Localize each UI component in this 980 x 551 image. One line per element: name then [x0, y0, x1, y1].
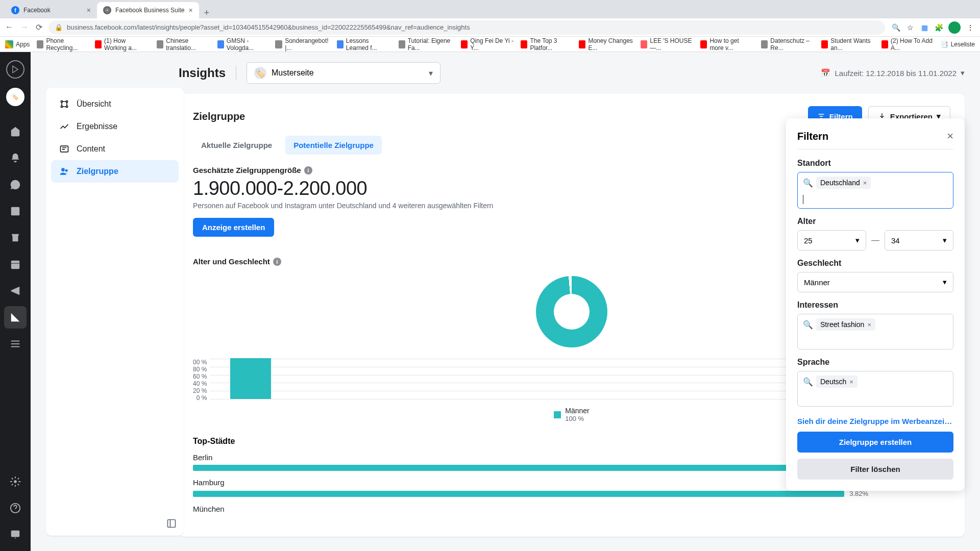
legend-pct: 100 %	[565, 415, 584, 422]
tab-potential-audience[interactable]: Potentielle Zielgruppe	[285, 136, 382, 155]
gender-label: Geschlecht	[797, 259, 953, 268]
divider	[236, 66, 236, 80]
bookmark-item[interactable]: GMSN - Vologda...	[217, 37, 268, 52]
search-icon: 🔍	[803, 178, 813, 188]
bookmark-item[interactable]: Datenschutz – Re...	[761, 37, 814, 52]
bookmark-item[interactable]: Chinese translatio...	[157, 37, 210, 52]
date-range-label: Laufzeit: 12.12.2018 bis 11.01.2022	[835, 69, 957, 78]
bookmark-item[interactable]: (1) How Working a...	[95, 37, 150, 52]
age-range-row: 25▾ — 34▾	[797, 230, 953, 251]
interests-label: Interessen	[797, 300, 953, 310]
close-icon[interactable]: ×	[188, 6, 192, 14]
svg-rect-3	[11, 261, 20, 269]
create-audience-button[interactable]: Zielgruppe erstellen	[797, 432, 953, 453]
info-icon[interactable]: i	[273, 258, 281, 266]
new-tab-button[interactable]: +	[199, 8, 215, 18]
search-icon: 🔍	[803, 377, 813, 387]
create-ad-button[interactable]: Anzeige erstellen	[193, 218, 274, 237]
extension-icon[interactable]: ▦	[920, 23, 929, 32]
rail-shop-icon[interactable]	[4, 227, 27, 249]
close-icon[interactable]: ×	[947, 130, 953, 143]
bookmark-item[interactable]: Money Changes E...	[579, 37, 633, 52]
browser-tab-inactive[interactable]: f Facebook ×	[5, 2, 97, 18]
rail-bell-icon[interactable]	[4, 147, 27, 169]
gear-icon	[103, 6, 111, 14]
date-range-selector[interactable]: 📅 Laufzeit: 12.12.2018 bis 11.01.2022 ▾	[821, 68, 965, 78]
results-icon	[58, 121, 70, 132]
profile-avatar-icon[interactable]	[948, 21, 961, 34]
close-icon[interactable]: ×	[87, 6, 91, 14]
star-icon[interactable]: ☆	[905, 23, 915, 32]
bookmark-item[interactable]: Sonderangebot! |...	[275, 37, 329, 52]
page-selector-dropdown[interactable]: 🏷️ Musterseite ▾	[247, 62, 440, 84]
chevron-down-icon: ▾	[429, 68, 433, 78]
clear-filter-button[interactable]: Filter löschen	[797, 459, 953, 480]
reading-list-button[interactable]: 📑Leseliste	[941, 41, 975, 48]
svg-marker-1	[13, 66, 18, 73]
age-label: Alter	[797, 217, 953, 226]
svg-rect-2	[11, 207, 20, 216]
sidebar-item-overview[interactable]: Übersicht	[51, 93, 179, 115]
rail-calendar-icon[interactable]	[4, 253, 27, 276]
bookmark-item[interactable]: LEE 'S HOUSE—...	[641, 37, 693, 52]
age-min-select[interactable]: 25▾	[797, 230, 866, 251]
nav-arrows: ← → ⟳	[5, 22, 42, 32]
rail-ads-icon[interactable]	[4, 280, 27, 302]
svg-point-0	[107, 10, 108, 11]
address-bar[interactable]: 🔒 business.facebook.com/latest/insights/…	[48, 20, 885, 35]
bookmark-item[interactable]: (2) How To Add A...	[881, 37, 934, 52]
rail-help-icon[interactable]	[4, 497, 27, 519]
back-icon[interactable]: ←	[5, 22, 13, 32]
bookmark-item[interactable]: Qing Fei De Yi - Y...	[461, 37, 513, 52]
page-icon: 🏷️	[254, 67, 266, 79]
rail-insights-icon[interactable]	[4, 306, 27, 329]
collapse-sidebar-icon[interactable]	[166, 518, 177, 529]
bookmark-item[interactable]: Tutorial: Eigene Fa...	[399, 37, 454, 52]
location-input[interactable]: 🔍 Deutschland ×	[797, 172, 953, 209]
ads-manager-link[interactable]: Sieh dir deine Zielgruppe im Werbeanzeig…	[797, 417, 953, 425]
age-max-select[interactable]: 34▾	[885, 230, 953, 251]
rail-more-icon[interactable]	[4, 333, 27, 355]
svg-point-15	[61, 168, 65, 171]
puzzle-icon[interactable]: 🧩	[934, 23, 943, 32]
gender-select[interactable]: Männer▾	[797, 272, 953, 292]
business-suite-logo-icon[interactable]	[6, 60, 24, 79]
forward-icon[interactable]: →	[20, 22, 29, 32]
menu-icon[interactable]: ⋮	[966, 23, 975, 32]
rail-chat-icon[interactable]	[4, 173, 27, 196]
sidebar-item-audience[interactable]: Zielgruppe	[51, 160, 179, 183]
remove-chip-icon[interactable]: ×	[867, 321, 871, 329]
language-input[interactable]: 🔍 Deutsch ×	[797, 371, 953, 407]
remove-chip-icon[interactable]: ×	[849, 378, 853, 386]
bookmark-item[interactable]: Student Wants an...	[821, 37, 874, 52]
svg-point-16	[65, 169, 68, 172]
svg-rect-9	[11, 531, 20, 537]
page-avatar[interactable]: 🏷️	[6, 88, 24, 106]
lock-icon: 🔒	[55, 23, 63, 31]
chevron-down-icon: ▾	[943, 278, 947, 287]
rail-feedback-icon[interactable]	[4, 523, 27, 546]
reload-icon[interactable]: ⟳	[36, 22, 42, 32]
bookmark-item[interactable]: The Top 3 Platfor...	[521, 37, 572, 52]
bookmark-item[interactable]: Phone Recycling...	[37, 37, 88, 52]
remove-chip-icon[interactable]: ×	[863, 179, 867, 187]
sidebar-item-label: Content	[77, 144, 105, 154]
bookmark-item[interactable]: How to get more v...	[700, 37, 754, 52]
sidebar-item-content[interactable]: Content	[51, 138, 179, 160]
sidebar-item-results[interactable]: Ergebnisse	[51, 115, 179, 138]
apps-button[interactable]: Apps	[5, 40, 30, 48]
browser-tab-active[interactable]: Facebook Business Suite ×	[97, 2, 199, 18]
interest-chip: Street fashion ×	[816, 318, 875, 331]
audience-icon	[58, 166, 70, 177]
rail-home-icon[interactable]	[4, 120, 27, 143]
info-icon[interactable]: i	[304, 166, 312, 174]
bookmark-item[interactable]: Lessons Learned f...	[337, 37, 391, 52]
list-icon: 📑	[941, 41, 948, 48]
sidebar-item-label: Zielgruppe	[77, 167, 118, 176]
interests-input[interactable]: 🔍 Street fashion ×	[797, 314, 953, 349]
zoom-icon[interactable]: 🔍	[891, 23, 900, 32]
bookmarks-bar: Apps Phone Recycling... (1) How Working …	[0, 37, 980, 52]
tab-current-audience[interactable]: Aktuelle Zielgruppe	[193, 136, 280, 155]
rail-posts-icon[interactable]	[4, 200, 27, 222]
rail-settings-icon[interactable]	[4, 470, 27, 493]
